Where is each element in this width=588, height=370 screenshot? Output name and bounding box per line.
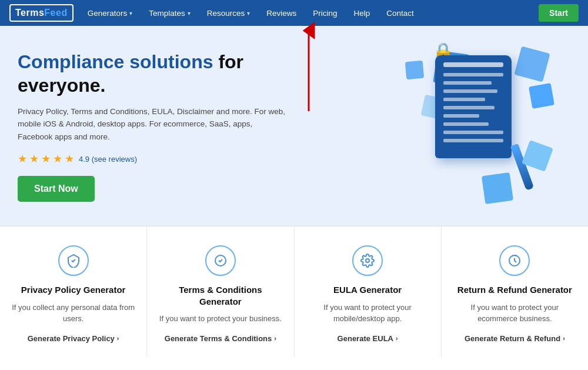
card-title: Return & Refund Generator xyxy=(457,284,572,296)
star-2: ★ xyxy=(29,152,39,165)
cube-icon xyxy=(514,46,550,82)
nav-item-help[interactable]: Help xyxy=(346,0,379,26)
doc-line xyxy=(443,81,492,85)
chevron-right-icon: › xyxy=(396,335,398,342)
doc-line xyxy=(443,89,497,93)
chevron-down-icon: ▾ xyxy=(247,10,250,16)
rating-value: 4.9 (see reviews) xyxy=(79,155,137,164)
chevron-down-icon: ▾ xyxy=(188,10,191,16)
svg-point-3 xyxy=(366,259,369,262)
nav-item-generators[interactable]: Generators ▾ xyxy=(79,0,141,26)
cards-section: Privacy Policy Generator If you collect … xyxy=(0,226,588,357)
annotation-arrow xyxy=(288,26,335,114)
card-return-refund: Return & Refund Generator If you want to… xyxy=(442,226,588,357)
nav-item-reviews[interactable]: Reviews xyxy=(258,0,305,26)
see-reviews-link[interactable]: (see reviews) xyxy=(92,155,137,164)
doc-line xyxy=(443,73,503,76)
shield-icon xyxy=(58,245,89,276)
navigation: TermsFeed Generators ▾ Templates ▾ Resou… xyxy=(0,0,588,26)
card-description: If you want to protect your ecommerce bu… xyxy=(453,302,576,325)
nav-item-contact[interactable]: Contact xyxy=(378,0,422,26)
hero-content: Compliance solutions for everyone. Priva… xyxy=(18,50,312,202)
card-title: Terms & Conditions Generator xyxy=(159,284,282,307)
card-privacy-policy: Privacy Policy Generator If you collect … xyxy=(0,226,147,357)
chevron-right-icon: › xyxy=(274,335,276,342)
cube-icon xyxy=(482,172,513,204)
doc-line xyxy=(443,131,503,134)
doc-line xyxy=(443,106,495,109)
gear-icon xyxy=(352,245,383,276)
logo[interactable]: TermsFeed xyxy=(9,4,74,22)
nav-item-pricing[interactable]: Pricing xyxy=(305,0,345,26)
star-1: ★ xyxy=(18,152,27,165)
nav-item-resources[interactable]: Resources ▾ xyxy=(199,0,259,26)
card-link-eula[interactable]: Generate EULA › xyxy=(338,334,398,343)
hero-title-bold: Compliance solutions xyxy=(18,51,213,72)
star-4: ★ xyxy=(53,152,62,165)
card-link-privacy[interactable]: Generate Privacy Policy › xyxy=(28,334,119,343)
nav-item-templates[interactable]: Templates ▾ xyxy=(141,0,199,26)
chevron-right-icon: › xyxy=(563,335,565,342)
card-terms-conditions: Terms & Conditions Generator If you want… xyxy=(147,226,294,357)
cube-icon xyxy=(529,83,554,109)
card-description: If you collect any personal data from us… xyxy=(12,302,135,325)
star-3: ★ xyxy=(41,152,51,165)
nav-links: Generators ▾ Templates ▾ Resources ▾ Rev… xyxy=(79,0,539,26)
refresh-icon xyxy=(499,245,530,276)
card-eula: EULA Generator If you want to protect yo… xyxy=(295,226,442,357)
check-circle-icon xyxy=(205,245,236,276)
document-illustration xyxy=(435,55,512,158)
card-description: If you want to protect your business. xyxy=(159,313,282,325)
hero-illustration: 🔒 xyxy=(312,49,559,202)
doc-line xyxy=(443,122,489,126)
rating: ★ ★ ★ ★ ★ 4.9 (see reviews) xyxy=(18,152,312,165)
card-title: EULA Generator xyxy=(333,284,402,296)
chevron-down-icon: ▾ xyxy=(129,10,132,16)
star-5: ★ xyxy=(65,152,74,165)
hero-title: Compliance solutions for everyone. xyxy=(18,50,312,97)
card-description: If you want to protect your mobile/deskt… xyxy=(306,302,429,325)
chevron-right-icon: › xyxy=(117,335,119,342)
doc-line xyxy=(443,98,485,101)
card-link-return-refund[interactable]: Generate Return & Refund › xyxy=(465,334,565,343)
start-button[interactable]: Start xyxy=(539,4,579,22)
hero-start-button[interactable]: Start Now xyxy=(18,176,95,202)
hero-description: Privacy Policy, Terms and Conditions, EU… xyxy=(18,105,288,144)
card-link-terms[interactable]: Generate Terms & Conditions › xyxy=(165,334,276,343)
cube-icon xyxy=(405,61,425,80)
card-title: Privacy Policy Generator xyxy=(21,284,126,296)
doc-line xyxy=(443,114,479,118)
doc-line xyxy=(443,139,503,142)
logo-feed: Feed xyxy=(44,8,67,18)
